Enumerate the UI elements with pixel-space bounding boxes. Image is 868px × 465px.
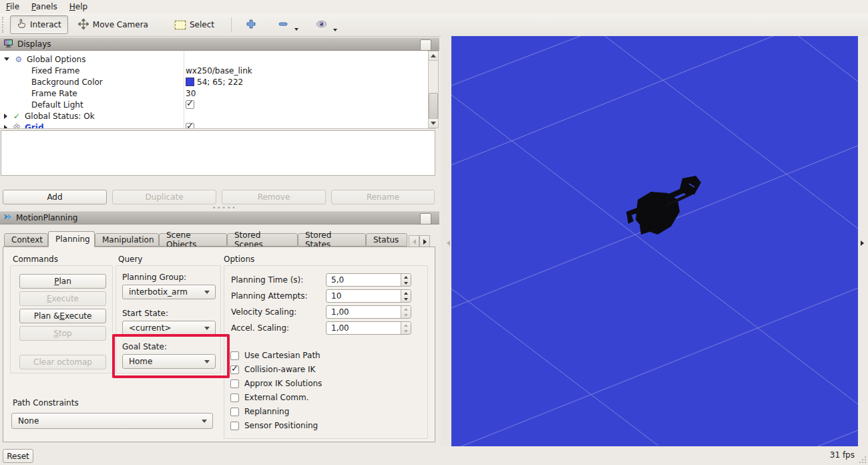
reset-button[interactable]: Reset xyxy=(3,449,33,463)
tab-context[interactable]: Context xyxy=(4,233,48,247)
query-group: Planning Group: interbotix_arm Start Sta… xyxy=(116,265,221,373)
collision-aware-ik-checkbox[interactable]: ✓ xyxy=(230,365,239,374)
planning-group-dropdown[interactable]: interbotix_arm xyxy=(122,285,216,299)
tree-row-default-light[interactable]: Default Light ✓ xyxy=(0,99,436,110)
render-viewport-3d[interactable] xyxy=(451,36,858,446)
menu-file[interactable]: File xyxy=(0,1,25,13)
execute-button[interactable]: Execute xyxy=(19,291,106,306)
tree-row-background-color[interactable]: Background Color 54; 65; 222 xyxy=(0,76,436,88)
tree-row-frame-rate[interactable]: Frame Rate 30 xyxy=(0,88,436,99)
tree-row-global-options[interactable]: ⚙ Global Options xyxy=(0,53,436,65)
chevron-down-icon xyxy=(204,360,210,363)
expander-closed-icon[interactable] xyxy=(4,114,7,119)
motion-planning-panel-title: MotionPlanning xyxy=(16,213,77,222)
sensor-positioning-checkbox[interactable]: ✓ xyxy=(230,422,239,430)
planning-time-spinbox[interactable]: 5,0 xyxy=(326,273,411,287)
approx-ik-solutions-option[interactable]: ✓ Approx IK Solutions xyxy=(230,378,322,389)
goal-state-dropdown[interactable]: Home xyxy=(122,354,216,369)
scroll-up-icon[interactable] xyxy=(429,51,438,61)
displays-panel-header[interactable]: Displays xyxy=(0,37,439,51)
use-cartesian-path-checkbox[interactable]: ✓ xyxy=(230,351,239,360)
menu-help[interactable]: Help xyxy=(63,1,93,13)
move-camera-tool-button[interactable]: Move Camera xyxy=(72,16,154,34)
spin-down-icon xyxy=(404,298,408,301)
expander-open-icon[interactable] xyxy=(4,57,9,61)
menu-panels[interactable]: Panels xyxy=(25,1,63,13)
grid-checkbox[interactable]: ✓ xyxy=(186,123,194,129)
tree-row-fixed-frame[interactable]: Fixed Frame wx250/base_link xyxy=(0,65,436,76)
grid-icon xyxy=(11,123,22,130)
rename-display-button[interactable]: Rename xyxy=(331,190,435,204)
check-icon: ✓ xyxy=(231,363,238,373)
color-swatch xyxy=(186,78,194,86)
scroll-down-icon[interactable] xyxy=(429,118,438,128)
tab-manipulation[interactable]: Manipulation xyxy=(95,233,159,247)
planning-tab-content: Commands Query Options Plan Execute Plan… xyxy=(3,247,435,442)
use-cartesian-path-option[interactable]: ✓ Use Cartesian Path xyxy=(230,350,320,361)
goal-state-value: Home xyxy=(129,357,152,366)
options-section-label: Options xyxy=(224,255,254,264)
frame-rate-value[interactable]: 30 xyxy=(186,89,196,98)
plan-and-execute-button[interactable]: Plan & Execute xyxy=(19,309,106,323)
interact-tool-button[interactable]: Interact xyxy=(10,15,68,34)
tab-stored-states[interactable]: Stored States xyxy=(298,233,366,247)
tab-scene-objects[interactable]: Scene Objects xyxy=(159,233,227,247)
rviz-window: File Panels Help Interact Move Camera S xyxy=(0,0,868,465)
expander-closed-icon[interactable] xyxy=(4,125,7,130)
checkbox-label: Use Cartesian Path xyxy=(244,351,320,360)
plan-button[interactable]: Plan xyxy=(19,274,106,289)
spin-up-icon xyxy=(404,276,408,279)
start-state-dropdown[interactable]: <current> xyxy=(122,321,216,335)
remove-tool-button[interactable] xyxy=(272,17,304,32)
motion-planning-panel-header[interactable]: MotionPlanning xyxy=(0,211,439,224)
velocity-scaling-spinbox[interactable]: 1,00 xyxy=(326,305,411,319)
fps-counter: 31 fps xyxy=(830,450,855,460)
panel-float-button[interactable] xyxy=(420,39,431,51)
tree-row-grid[interactable]: Grid ✓ xyxy=(0,122,436,129)
dock-splitter[interactable] xyxy=(441,36,451,446)
duplicate-display-button[interactable]: Duplicate xyxy=(112,190,216,204)
panel-float-button[interactable] xyxy=(420,213,431,224)
tab-stored-scenes[interactable]: Stored Scenes xyxy=(227,233,298,247)
collapse-left-icon[interactable] xyxy=(447,241,450,246)
fixed-frame-value[interactable]: wx250/base_link xyxy=(186,66,252,75)
remove-display-button[interactable]: Remove xyxy=(222,190,326,204)
moveit-icon xyxy=(3,212,12,223)
replanning-checkbox[interactable]: ✓ xyxy=(230,408,239,416)
collapse-right-icon[interactable] xyxy=(861,241,864,246)
clear-octomap-button[interactable]: Clear octomap xyxy=(19,355,106,369)
move-camera-tool-label: Move Camera xyxy=(93,20,148,29)
external-comm-option[interactable]: ✓ External Comm. xyxy=(230,392,309,403)
focus-camera-tool-button[interactable] xyxy=(310,17,343,33)
select-tool-button[interactable]: Select xyxy=(169,17,220,32)
toolbar: Interact Move Camera Select xyxy=(0,13,868,37)
collision-aware-ik-option[interactable]: ✓ Collision-aware IK xyxy=(230,364,315,375)
toolbar-drag-handle[interactable] xyxy=(2,17,7,33)
select-tool-label: Select xyxy=(190,20,214,29)
stop-button[interactable]: Stop xyxy=(19,326,106,341)
background-color-value[interactable]: 54; 65; 222 xyxy=(186,78,243,87)
velocity-scaling-label: Velocity Scaling: xyxy=(231,307,296,317)
tab-planning[interactable]: Planning xyxy=(48,231,95,247)
motion-planning-tab-bar: Context Planning Manipulation Scene Obje… xyxy=(0,231,439,247)
sensor-positioning-option[interactable]: ✓ Sensor Positioning xyxy=(230,420,318,431)
add-tool-button[interactable] xyxy=(240,16,262,34)
tab-status[interactable]: Status xyxy=(366,233,407,247)
panel-splitter-handle[interactable]: ••••• xyxy=(212,204,237,211)
replanning-option[interactable]: ✓ Replanning xyxy=(230,406,289,417)
default-light-checkbox[interactable]: ✓ xyxy=(186,100,194,109)
scrollbar-thumb[interactable] xyxy=(429,93,438,120)
planning-attempts-spinbox[interactable]: 10 xyxy=(326,289,411,303)
tree-row-global-status[interactable]: ✓ Global Status: Ok xyxy=(0,110,436,122)
accel-scaling-spinbox[interactable]: 1,00 xyxy=(326,321,411,335)
resize-grip[interactable] xyxy=(859,456,867,464)
approx-ik-solutions-checkbox[interactable]: ✓ xyxy=(230,379,239,388)
add-display-button[interactable]: Add xyxy=(3,190,107,204)
minus-icon xyxy=(278,20,288,29)
tree-item-label: Global Status: Ok xyxy=(25,112,95,121)
path-constraints-dropdown[interactable]: None xyxy=(11,413,213,429)
external-comm-checkbox[interactable]: ✓ xyxy=(230,394,239,402)
checkbox-label: Collision-aware IK xyxy=(244,365,315,374)
tree-scrollbar[interactable] xyxy=(428,51,439,128)
selection-box-icon xyxy=(175,21,186,29)
